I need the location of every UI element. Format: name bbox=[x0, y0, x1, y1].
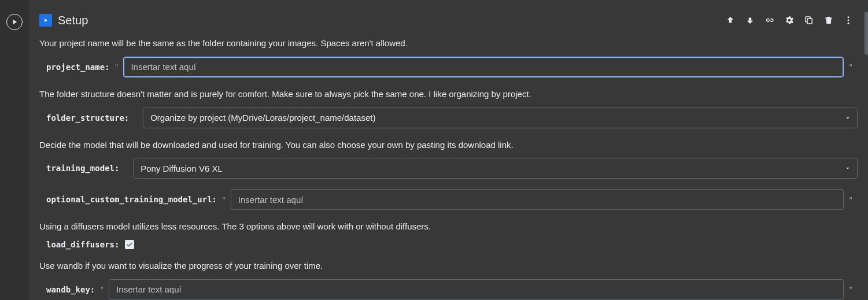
more-vert-icon bbox=[843, 15, 854, 25]
svg-point-2 bbox=[848, 23, 849, 24]
folder-structure-label: folder_structure: bbox=[46, 113, 129, 123]
project-name-row: project_name: " " bbox=[39, 57, 858, 77]
svg-point-0 bbox=[848, 16, 849, 18]
training-model-description: Decide the model that will be downloaded… bbox=[39, 139, 858, 151]
folder-structure-description: The folder structure doesn't matter and … bbox=[39, 88, 858, 101]
quote-mark: " bbox=[217, 195, 231, 204]
play-icon bbox=[43, 17, 49, 23]
quote-mark: " bbox=[95, 285, 109, 294]
quote-mark: " bbox=[844, 285, 858, 294]
section-title: Setup bbox=[58, 14, 88, 27]
cell-main: Setup bbox=[29, 0, 868, 300]
run-cell-button[interactable] bbox=[6, 14, 23, 30]
play-outline-icon bbox=[10, 18, 19, 26]
project-name-label: project_name: bbox=[46, 62, 110, 72]
link-icon bbox=[764, 15, 775, 25]
custom-model-url-input[interactable] bbox=[231, 189, 844, 210]
trash-icon bbox=[823, 15, 834, 25]
chevron-down-icon bbox=[844, 165, 851, 172]
custom-model-url-row: optional_custom_training_model_url: " " bbox=[39, 189, 858, 210]
chevron-down-icon bbox=[844, 114, 851, 121]
more-actions-button[interactable] bbox=[843, 14, 854, 26]
training-model-select[interactable]: Pony Diffusion V6 XL bbox=[133, 158, 858, 179]
delete-cell-button[interactable] bbox=[823, 14, 834, 26]
link-cell-button[interactable] bbox=[764, 14, 775, 26]
load-diffusers-label: load_diffusers: bbox=[46, 240, 119, 249]
mirror-icon bbox=[804, 15, 814, 25]
training-model-value: Pony Diffusion V6 XL bbox=[141, 164, 222, 173]
quote-mark: " bbox=[844, 62, 858, 71]
cell-header: Setup bbox=[39, 12, 858, 29]
training-model-row: training_model: " Pony Diffusion V6 XL bbox=[39, 158, 858, 179]
folder-structure-select[interactable]: Organize by project (MyDrive/Loras/proje… bbox=[143, 108, 858, 128]
wandb-key-row: wandb_key: " " bbox=[39, 279, 858, 300]
scrollbar-thumb[interactable] bbox=[865, 12, 868, 55]
move-cell-down-button[interactable] bbox=[744, 14, 756, 26]
arrow-up-icon bbox=[725, 15, 736, 25]
project-name-description: Your project name will be the same as th… bbox=[39, 37, 858, 50]
folder-structure-value: Organize by project (MyDrive/Loras/proje… bbox=[150, 113, 375, 123]
cell-settings-button[interactable] bbox=[784, 14, 795, 26]
check-icon bbox=[126, 241, 133, 248]
svg-point-1 bbox=[848, 20, 849, 21]
wandb-key-label: wandb_key: bbox=[46, 285, 95, 294]
quote-mark: " bbox=[844, 195, 858, 204]
gear-icon bbox=[784, 15, 795, 25]
load-diffusers-checkbox[interactable] bbox=[125, 240, 134, 249]
quote-mark: " bbox=[110, 62, 124, 71]
arrow-down-icon bbox=[745, 15, 755, 25]
project-name-input[interactable] bbox=[123, 57, 844, 77]
cell-toolbar bbox=[725, 14, 858, 26]
move-cell-up-button[interactable] bbox=[725, 14, 736, 26]
load-diffusers-description: Using a diffusers model utilizes less re… bbox=[39, 220, 858, 233]
load-diffusers-row: load_diffusers: bbox=[39, 240, 858, 249]
mirror-cell-button[interactable] bbox=[803, 14, 815, 26]
wandb-key-description: Use wandb if you want to visualize the p… bbox=[39, 260, 858, 272]
custom-model-url-label: optional_custom_training_model_url: bbox=[46, 195, 217, 204]
section-toggle-button[interactable] bbox=[39, 14, 52, 27]
training-model-label: training_model: bbox=[46, 164, 119, 173]
cell-gutter bbox=[0, 0, 29, 300]
wandb-key-input[interactable] bbox=[109, 279, 844, 300]
folder-structure-row: folder_structure: " Organize by project … bbox=[39, 108, 858, 128]
